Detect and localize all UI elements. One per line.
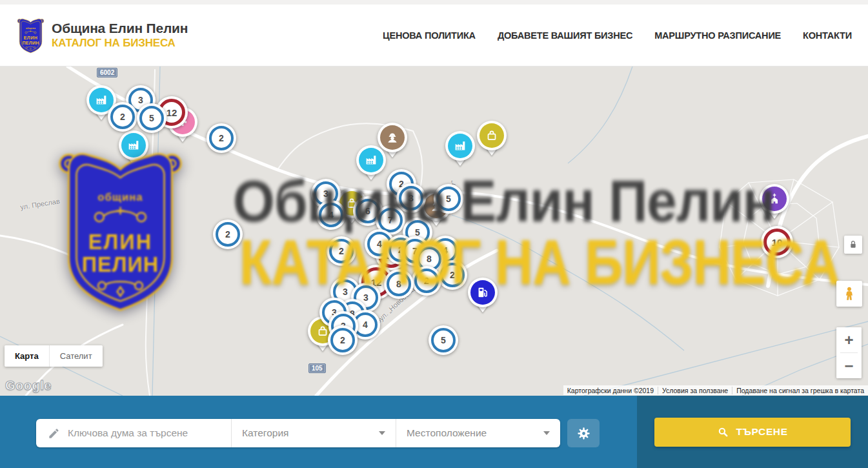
map-cluster-marker[interactable]: 5: [137, 103, 167, 133]
cluster-count: 2: [216, 222, 240, 247]
search-box: Категория Местоположение: [36, 419, 560, 447]
header: Община Елин Пелин КАТАЛОГ НА БИЗНЕСА ЦЕН…: [0, 5, 868, 66]
municipality-logo-icon: [16, 15, 45, 56]
keyword-input[interactable]: [68, 427, 231, 439]
nav-add-your-business[interactable]: ДОБАВЕТЕ ВАШИЯТ БИЗНЕС: [498, 30, 632, 41]
map-cluster-marker[interactable]: 2: [108, 102, 137, 132]
map-cluster-marker[interactable]: 2: [207, 123, 236, 153]
map-canvas[interactable]: ул. Преславбул. „Новоселци”ци” 6002105 3…: [0, 66, 868, 396]
cluster-count: 2: [414, 269, 439, 293]
map-cluster-marker[interactable]: 2: [327, 236, 356, 266]
attribution-copyright: Картографски данни ©2019: [563, 387, 658, 394]
nav-pricing-policy[interactable]: ЦЕНОВА ПОЛИТИКА: [383, 30, 476, 41]
street-view-pegman[interactable]: [836, 281, 862, 307]
map-type-control: Карта Сателит: [5, 345, 103, 367]
lock-icon: [848, 239, 858, 250]
category-select[interactable]: Категория: [231, 419, 396, 447]
map-type-map-button[interactable]: Карта: [5, 345, 50, 367]
map-cluster-marker[interactable]: 2: [412, 266, 441, 296]
pegman-icon: [842, 286, 857, 301]
category-select-value: Категория: [242, 427, 288, 439]
search-panel: ТЪРСЕНЕ Категория Местоположение: [0, 396, 868, 468]
site-title: Община Елин Пелин: [52, 21, 188, 36]
map-cluster-marker[interactable]: 3: [396, 183, 426, 213]
search-button[interactable]: ТЪРСЕНЕ: [654, 418, 851, 447]
cluster-count: 2: [440, 263, 465, 287]
gear-icon: [576, 426, 591, 441]
search-panel-right: ТЪРСЕНЕ: [637, 396, 868, 468]
cluster-count: 10: [763, 229, 791, 256]
google-logo[interactable]: Google: [5, 378, 52, 393]
cluster-count: 4: [319, 203, 343, 227]
zoom-out-button[interactable]: −: [836, 353, 862, 378]
page: Община Елин Пелин КАТАЛОГ НА БИЗНЕСА ЦЕН…: [0, 0, 868, 468]
chevron-down-icon: [543, 431, 550, 435]
advanced-filters-button[interactable]: [567, 419, 600, 447]
map-cluster-marker[interactable]: 8: [384, 269, 414, 299]
cluster-count: 5: [431, 328, 456, 352]
map-cluster-marker[interactable]: 4: [316, 200, 346, 230]
location-select-value: Местоположение: [407, 427, 487, 439]
keyword-section: [36, 419, 231, 447]
cluster-count: 8: [387, 272, 411, 296]
nav-contacts[interactable]: КОНТАКТИ: [803, 30, 852, 41]
brand[interactable]: Община Елин Пелин КАТАЛОГ НА БИЗНЕСА: [16, 15, 188, 56]
map-type-satellite-button[interactable]: Сателит: [50, 345, 103, 367]
map-cluster-marker[interactable]: 5: [429, 325, 458, 355]
cluster-count: 5: [436, 187, 461, 211]
cluster-count: 3: [399, 186, 423, 210]
cluster-count: 2: [329, 239, 354, 263]
map-cluster-marker[interactable]: 2: [213, 219, 243, 249]
zoom-in-button[interactable]: +: [836, 327, 862, 352]
scroll-lock-button[interactable]: [844, 236, 862, 254]
attribution-terms-link[interactable]: Условия за ползване: [658, 387, 732, 394]
location-select[interactable]: Местоположение: [396, 419, 560, 447]
zoom-control: + −: [836, 327, 862, 378]
map-cluster-marker[interactable]: 2: [438, 260, 467, 290]
cluster-count: 7: [378, 208, 403, 232]
search-icon: [717, 426, 729, 438]
map-attribution: Картографски данни ©2019 Условия за полз…: [563, 385, 868, 395]
pencil-icon: [48, 427, 60, 440]
map-cluster-marker[interactable]: 2: [328, 325, 358, 355]
map-cluster-marker[interactable]: 10: [761, 226, 793, 258]
map-cluster-marker[interactable]: 5: [434, 184, 463, 214]
main-nav: ЦЕНОВА ПОЛИТИКА ДОБАВЕТЕ ВАШИЯТ БИЗНЕС М…: [383, 30, 852, 41]
nav-route-schedule[interactable]: МАРШРУТНО РАЗПИСАНИЕ: [654, 30, 781, 41]
chevron-down-icon: [379, 431, 385, 435]
cluster-count: 5: [139, 106, 164, 130]
search-button-label: ТЪРСЕНЕ: [736, 426, 787, 438]
cluster-count: 2: [330, 328, 355, 352]
top-strip: [0, 0, 868, 5]
cluster-count: 2: [209, 126, 234, 150]
cluster-count: 2: [110, 105, 135, 129]
site-subtitle: КАТАЛОГ НА БИЗНЕСА: [52, 37, 188, 50]
attribution-report-error-link[interactable]: Подаване на сигнал за грешка в картата: [732, 387, 868, 394]
